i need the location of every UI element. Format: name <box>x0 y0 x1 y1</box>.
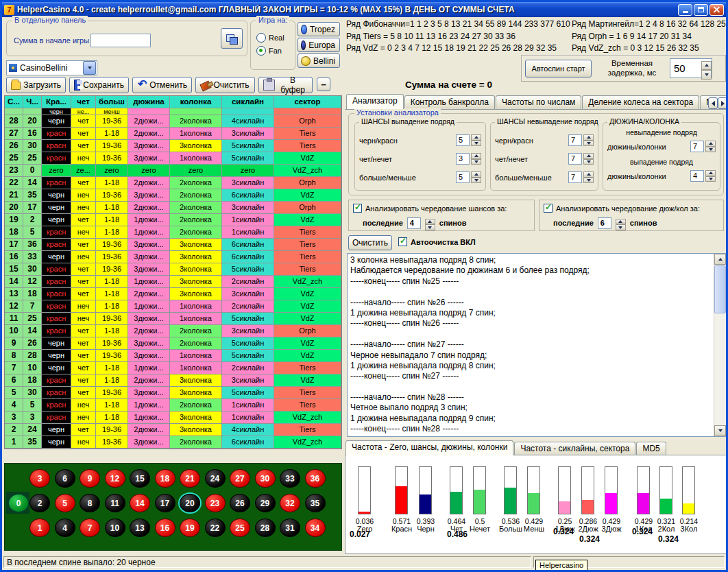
buffer-button[interactable]: В буфер <box>258 77 313 93</box>
spinner[interactable] <box>616 219 626 230</box>
roulette-number[interactable]: 20 <box>180 494 200 512</box>
history-row[interactable]: 710чернчет1-181дюжи...1колонка2сиклайнTi… <box>5 362 341 374</box>
spinner[interactable] <box>583 153 594 165</box>
radio-real[interactable]: Real <box>256 31 284 44</box>
spinner-down-button[interactable] <box>705 147 716 153</box>
history-row[interactable]: 1125красннеч19-363дюжи...1колонка5сиклай… <box>5 313 341 325</box>
main-tab-3[interactable]: Частоты по числам <box>496 95 581 109</box>
history-row[interactable]: 185красннеч1-181дюжи...2колонка1сиклайнT… <box>5 226 341 239</box>
history-row[interactable]: 618краснчет1-182дюжи...3колонка3сиклайнV… <box>5 374 341 387</box>
radio-fan[interactable]: Fan <box>256 44 284 57</box>
roulette-number[interactable]: 23 <box>205 494 226 512</box>
undo-button[interactable]: Отменить <box>132 77 192 93</box>
tropez-button[interactable]: Tropez <box>298 22 340 36</box>
spinner-down-button[interactable] <box>583 178 594 184</box>
roulette-number[interactable]: 27 <box>230 469 250 488</box>
autospin-start-button[interactable]: Автоспин старт <box>525 60 592 78</box>
log-scrollbar[interactable] <box>714 254 726 436</box>
roulette-number[interactable]: 34 <box>305 519 326 537</box>
roulette-number[interactable]: 10 <box>105 519 125 537</box>
last-spins-input[interactable]: 4 <box>407 217 421 229</box>
save-button[interactable]: Сохранить <box>69 77 129 93</box>
spinner-up-button[interactable] <box>471 134 481 141</box>
roulette-number[interactable]: 9 <box>80 469 100 488</box>
load-button[interactable]: Загрузить <box>6 77 66 93</box>
roulette-number[interactable]: 22 <box>205 519 226 537</box>
spinner-up-button[interactable] <box>425 219 435 225</box>
roulette-number[interactable]: 8 <box>80 494 100 512</box>
roulette-number[interactable]: 33 <box>280 469 300 488</box>
roulette-number[interactable]: 14 <box>130 494 150 512</box>
history-row[interactable]: 1530краснчет19-363дюжи...3колонка5сиклай… <box>5 263 341 276</box>
title-bar[interactable]: 7 HelperCasino 4.0 - create helperroulle… <box>2 2 726 17</box>
setting-value-input[interactable]: 3 <box>456 153 470 165</box>
setting-value-input[interactable]: 7 <box>690 141 704 152</box>
history-row[interactable]: 127красннеч1-181дюжи...1колонка2сиклайнV… <box>5 300 341 313</box>
frequency-tab-3[interactable]: MD5 <box>636 442 666 455</box>
spinner[interactable] <box>425 219 435 230</box>
roulette-number[interactable]: 30 <box>255 469 276 488</box>
history-row[interactable]: 2525красннеч19-363дюжи...1колонка5сиклай… <box>5 152 341 165</box>
minimize-button[interactable] <box>678 4 692 16</box>
spinner[interactable] <box>471 153 481 165</box>
history-row[interactable]: 2214краснчет1-182дюжи...2колонка3сиклайн… <box>5 177 341 189</box>
history-row[interactable]: 224чернчет19-362дюжи...3колонка4сиклайнT… <box>5 424 341 436</box>
roulette-number[interactable]: 17 <box>155 494 175 512</box>
setting-value-input[interactable]: 5 <box>456 134 470 146</box>
roulette-number[interactable]: 36 <box>305 469 326 488</box>
tab-scroll-left-button[interactable] <box>708 97 718 109</box>
spinner-down-button[interactable] <box>701 70 712 80</box>
history-row[interactable]: 230zeroze...zerozerozerozeroVdZ_zch <box>5 165 341 177</box>
spinner-up-button[interactable] <box>583 134 594 141</box>
spinner-up-button[interactable] <box>705 141 716 147</box>
spinner-down-button[interactable] <box>583 141 594 147</box>
spinner-down-button[interactable] <box>705 176 716 182</box>
spinner-up-button[interactable] <box>583 153 594 159</box>
main-tab-4[interactable]: Деление колеса на сектора <box>582 95 699 109</box>
history-row[interactable]: 33красннеч1-181дюжи...3колонка1сиклайнVd… <box>5 412 341 424</box>
history-row[interactable]: 2135черннеч19-363дюжи...2колонка6сиклайн… <box>5 189 341 202</box>
scroll-up-button[interactable] <box>714 254 726 265</box>
analyze-chances-checkbox[interactable] <box>353 204 362 213</box>
delay-input[interactable]: 50 <box>670 58 712 78</box>
roulette-number[interactable]: 15 <box>130 469 150 488</box>
spinner-down-button[interactable] <box>616 224 626 230</box>
roulette-number[interactable]: 2 <box>29 494 50 512</box>
roulette-number[interactable]: 11 <box>105 494 125 512</box>
history-row[interactable]: 135черннеч19-363дюжи...2колонка6сиклайнV… <box>5 436 341 449</box>
roulette-number[interactable]: 5 <box>55 494 75 512</box>
history-row[interactable]: 926чернчет19-363дюжи...2колонка5сиклайнV… <box>5 337 341 350</box>
history-row[interactable]: 530краснчет19-363дюжи...3колонка5сиклайн… <box>5 387 341 399</box>
spinner-up-button[interactable] <box>705 170 716 176</box>
spinner[interactable] <box>471 134 481 146</box>
history-row[interactable]: 2630краснчет19-363дюжи...3колонка5сиклай… <box>5 140 341 152</box>
history-row[interactable]: 2820чернчет19-362дюжи...2колонка4сиклайн… <box>5 115 341 128</box>
roulette-number[interactable]: 21 <box>180 469 200 488</box>
spinner[interactable] <box>583 134 594 146</box>
history-row[interactable]: 1412краснчет1-181дюжи...3колонка2сиклайн… <box>5 276 341 288</box>
scroll-down-button[interactable] <box>714 425 726 436</box>
history-row[interactable]: 2716краснчет1-182дюжи...1колонка3сиклайн… <box>5 128 341 140</box>
history-row[interactable]: 1736краснчет19-363дюжи...3колонка6сиклай… <box>5 239 341 251</box>
roulette-number[interactable]: 1 <box>29 519 50 537</box>
spinner[interactable] <box>705 170 716 182</box>
collapse-button[interactable]: − <box>317 78 330 91</box>
roulette-zero[interactable]: 0 <box>8 494 29 512</box>
roulette-number[interactable]: 26 <box>230 494 250 512</box>
spinner[interactable] <box>583 171 594 183</box>
roulette-number[interactable]: 25 <box>230 519 250 537</box>
history-row[interactable]: 192чернчет1-181дюжи...2колонка1сиклайнVd… <box>5 214 341 226</box>
scroll-thumb[interactable] <box>714 265 726 313</box>
spinner-up-button[interactable] <box>471 153 481 159</box>
history-row[interactable]: 45красннеч1-181дюжи...2колонка1сиклайнTi… <box>5 399 341 412</box>
clear-log-button[interactable]: Очистить <box>348 235 392 250</box>
setting-value-input[interactable]: 7 <box>568 153 582 165</box>
autoclear-checkbox[interactable] <box>398 237 407 246</box>
setting-value-input[interactable]: 4 <box>690 170 704 182</box>
last-spins-dozen-input[interactable]: 6 <box>598 217 611 229</box>
casino-select[interactable]: CasinoBellini <box>6 60 97 75</box>
history-row[interactable]: 828чернчет19-363дюжи...1колонка5сиклайнV… <box>5 350 341 362</box>
tab-scroll-right-button[interactable] <box>718 97 727 109</box>
spinner-up-button[interactable] <box>471 171 481 178</box>
roulette-number[interactable]: 6 <box>55 469 75 488</box>
